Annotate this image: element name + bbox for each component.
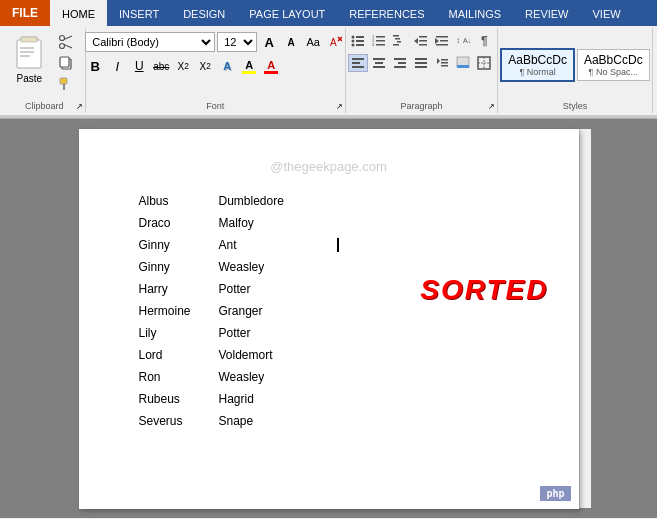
line-spacing-icon [435,56,449,70]
svg-line-8 [64,36,72,40]
last-name-cell[interactable]: Ant [219,238,339,252]
clear-format-button[interactable]: A [325,32,345,52]
svg-rect-53 [415,62,427,64]
font-size-select[interactable]: 12 [217,32,257,52]
svg-rect-18 [356,36,364,38]
justify-button[interactable] [411,54,431,72]
increase-indent-button[interactable] [432,32,452,50]
tab-page-layout[interactable]: PAGE LAYOUT [237,0,337,26]
svg-rect-47 [375,62,383,64]
style-normal-sample: AaBbCcDc [508,53,567,67]
last-name-cell: Weasley [219,260,339,274]
multilevel-list-button[interactable] [390,32,410,50]
svg-text:↕: ↕ [456,36,460,45]
tab-design[interactable]: DESIGN [171,0,237,26]
svg-marker-37 [435,38,439,44]
table-row: Rubeus Hagrid [139,392,519,406]
styles-label: Styles [498,101,652,111]
tab-mailings[interactable]: MAILINGS [437,0,514,26]
font-label: Font [86,101,345,111]
clipboard-expand-icon[interactable]: ↗ [76,102,83,111]
bold-button[interactable]: B [85,56,105,76]
align-left-icon [351,56,365,70]
svg-point-17 [352,36,355,39]
numbering-button[interactable]: 1. 2. 3. [369,32,389,50]
svg-rect-57 [441,62,448,64]
svg-rect-1 [17,40,41,68]
paragraph-expand-icon[interactable]: ↗ [488,102,495,111]
italic-button[interactable]: I [107,56,127,76]
watermark: @thegeekpage.com [139,159,519,174]
document-area: @thegeekpage.com Albus Dumbledore Draco … [0,119,657,518]
first-name-cell: Lily [139,326,219,340]
last-name-cell: Voldemort [219,348,339,362]
sort-button[interactable]: ↕ A↓Z [453,32,473,50]
cut-button[interactable] [52,32,80,52]
svg-rect-13 [63,84,65,90]
first-name-cell: Draco [139,216,219,230]
svg-point-21 [352,44,355,47]
svg-rect-54 [415,66,427,68]
bullets-button[interactable] [348,32,368,50]
paragraph-label: Paragraph [346,101,497,111]
align-right-icon [393,56,407,70]
font-color-button[interactable]: A [261,56,281,76]
bullets-icon [350,33,366,49]
change-case-button[interactable]: Aа [303,32,323,52]
svg-rect-2 [21,37,37,42]
table-row: Ron Weasley [139,370,519,384]
format-painter-button[interactable] [52,74,80,94]
underline-button[interactable]: U [129,56,149,76]
font-grow-button[interactable]: A [259,32,279,52]
numbering-icon: 1. 2. 3. [371,33,387,49]
copy-button[interactable] [52,53,80,73]
first-name-cell: Severus [139,414,219,428]
tab-references[interactable]: REFERENCES [337,0,436,26]
svg-rect-5 [20,55,30,57]
cut-icon [58,34,74,50]
first-name-cell: Rubeus [139,392,219,406]
subscript-button[interactable]: X2 [173,56,193,76]
strikethrough-button[interactable]: abc [151,56,171,76]
style-nospacing-sample: AaBbCcDc [584,53,643,67]
last-name-cell: Weasley [219,370,339,384]
font-format-row: B I U abc X2 X2 A A A [85,56,281,76]
tab-home[interactable]: HOME [50,0,107,26]
paste-button[interactable]: Paste [8,32,50,87]
font-shrink-button[interactable]: A [281,32,301,52]
line-spacing-button[interactable] [432,54,452,72]
decrease-indent-button[interactable] [411,32,431,50]
tab-insert[interactable]: INSERT [107,0,171,26]
shading-button[interactable] [453,54,473,72]
svg-rect-51 [394,66,406,68]
vertical-scrollbar[interactable] [579,129,591,508]
borders-button[interactable] [474,54,494,72]
svg-rect-43 [352,58,364,60]
align-left-button[interactable] [348,54,368,72]
svg-rect-56 [441,59,448,61]
svg-rect-50 [398,62,406,64]
style-nospacing-label: ¶ No Spac... [584,67,643,77]
font-expand-icon[interactable]: ↗ [336,102,343,111]
font-name-select[interactable]: Calibri (Body) [85,32,215,52]
first-name-cell: Harry [139,282,219,296]
svg-rect-40 [436,44,448,46]
svg-point-6 [60,36,65,41]
superscript-button[interactable]: X2 [195,56,215,76]
svg-rect-29 [393,35,399,37]
last-name-cell: Malfoy [219,216,339,230]
document-table: Albus Dumbledore Draco Malfoy Ginny Ant … [139,194,519,428]
highlight-color-button[interactable]: A [239,56,259,76]
align-center-icon [372,56,386,70]
style-nospacing-button[interactable]: AaBbCcDc ¶ No Spac... [577,49,650,81]
align-center-button[interactable] [369,54,389,72]
tab-view[interactable]: VIEW [581,0,633,26]
tab-review[interactable]: REVIEW [513,0,580,26]
align-right-button[interactable] [390,54,410,72]
document-page[interactable]: @thegeekpage.com Albus Dumbledore Draco … [79,129,579,509]
text-effects-button[interactable]: A [217,56,237,76]
style-normal-button[interactable]: AaBbCcDc ¶ Normal [500,48,575,82]
tab-file[interactable]: FILE [0,0,50,26]
svg-rect-58 [441,65,448,67]
show-formatting-button[interactable]: ¶ [474,32,494,50]
